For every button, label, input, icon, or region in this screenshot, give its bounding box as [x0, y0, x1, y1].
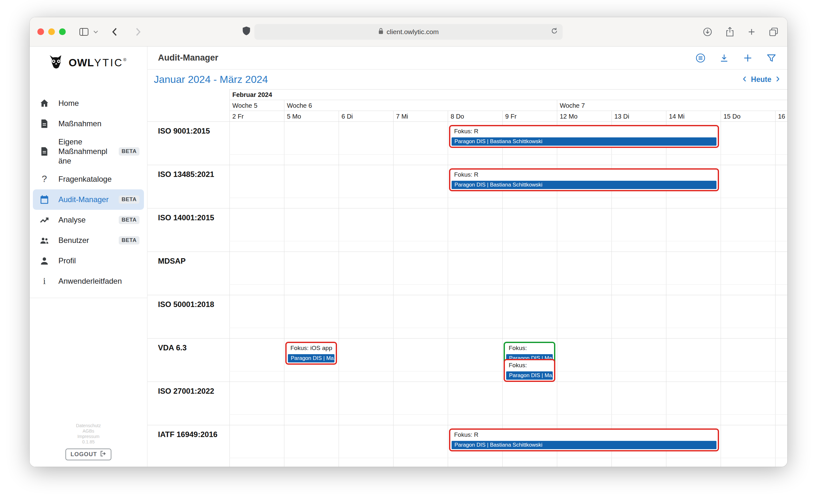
reload-icon[interactable] [550, 27, 558, 36]
download-icon[interactable] [719, 53, 729, 63]
sidebar: OWLYTIC® HomeMaßnahmenEigene Maßnahmenpl… [30, 47, 147, 467]
calendar-day-label: 2 Fr [232, 113, 244, 120]
zoom-window-button[interactable] [59, 28, 66, 35]
agenda-view-icon[interactable] [696, 53, 706, 63]
grid-hline [230, 284, 787, 285]
url-text: client.owlytic.com [386, 28, 438, 36]
next-period-icon[interactable]: › [776, 73, 780, 84]
traffic-lights [37, 28, 66, 35]
share-icon[interactable] [725, 27, 734, 37]
downloads-icon[interactable] [703, 27, 713, 37]
filter-icon[interactable] [766, 53, 777, 63]
sidebar-item-anwenderleitfaden[interactable]: iAnwenderleitfaden [33, 271, 144, 291]
grid-hline [147, 425, 787, 425]
calendar-event[interactable]: Fokus: iOS appParagon DIS | Ma... [285, 342, 337, 365]
new-tab-icon[interactable] [747, 27, 756, 36]
footer-link[interactable]: Impressum [30, 434, 147, 439]
calendar-day-label: 8 Do [451, 113, 464, 120]
logout-button[interactable]: LOGOUT [65, 449, 111, 460]
calendar-month-label: Februar 2024 [232, 91, 272, 99]
person-icon [39, 256, 49, 266]
grid-hline [147, 252, 787, 252]
browser-titlebar: client.owlytic.com [30, 17, 787, 47]
calendar-day-label: 13 Di [615, 113, 629, 120]
sidebar-item-label: Profil [58, 253, 139, 269]
beta-badge: BETA [119, 236, 139, 245]
calendar-week-label: Woche 5 [232, 102, 258, 109]
chevron-down-icon[interactable] [93, 30, 98, 34]
calendar-row-label: ISO 50001:2018 [158, 300, 214, 309]
app-area: OWLYTIC® HomeMaßnahmenEigene Maßnahmenpl… [30, 47, 787, 467]
grid-vline [775, 111, 776, 467]
today-nav: ‹ Heute › [743, 75, 780, 84]
grid-hline [147, 121, 787, 122]
grid-hline [147, 165, 787, 165]
grid-hline [230, 111, 787, 111]
calendar-row-label: ISO 27001:2022 [158, 387, 214, 396]
footer-link[interactable]: Datenschutz [30, 423, 147, 428]
calendar-event[interactable]: Fokus:Paragon DIS | Ma... [504, 359, 555, 382]
sidebar-item-audit-manager[interactable]: Audit-ManagerBETA [33, 189, 144, 210]
event-title: Fokus: iOS app [291, 345, 336, 352]
sidebar-item-massnahmen[interactable]: Maßnahmen [33, 113, 144, 134]
calendar-day-label: 14 Mi [669, 113, 685, 120]
grid-hline [147, 382, 787, 382]
minimize-window-button[interactable] [48, 28, 55, 35]
back-button[interactable] [111, 27, 118, 37]
grid-hline [230, 100, 787, 100]
forward-button[interactable] [135, 27, 142, 37]
grid-vline [230, 89, 230, 467]
grid-vline [721, 111, 721, 467]
sidebar-item-benutzer[interactable]: BenutzerBETA [33, 230, 144, 251]
sidebar-item-label: Anwenderleitfaden [58, 273, 139, 289]
event-title: Fokus: [509, 362, 554, 369]
close-window-button[interactable] [37, 28, 44, 35]
privacy-shield-icon[interactable] [242, 26, 251, 38]
calendar-event[interactable]: Fokus: RParagon DIS | Bastiana Schittkow… [449, 168, 719, 191]
calendar-week-label: Woche 7 [560, 102, 585, 109]
grid-hline [147, 295, 787, 295]
grid-hline [230, 241, 787, 241]
event-title: Fokus: R [454, 171, 718, 178]
calendar-event[interactable]: Fokus: RParagon DIS | Bastiana Schittkow… [449, 125, 719, 148]
info-icon: i [39, 276, 49, 286]
calendar-day-label: 15 Do [724, 113, 740, 120]
calendar-event[interactable]: Fokus: RParagon DIS | Bastiana Schittkow… [449, 428, 719, 451]
prev-period-icon[interactable]: ‹ [743, 73, 747, 84]
sidebar-item-analyse[interactable]: AnalyseBETA [33, 210, 144, 230]
event-assignee-bar: Paragon DIS | Bastiana Schittkowski [452, 137, 717, 146]
calendar-icon [39, 194, 49, 205]
today-button[interactable]: Heute [751, 75, 771, 84]
sidebar-item-eigene-massnahmenplaene[interactable]: Eigene MaßnahmenpläneBETA [33, 134, 144, 169]
sidebar-item-label: Benutzer [58, 232, 110, 248]
period-row: Januar 2024 - März 2024 ‹ Heute › [147, 69, 787, 89]
document-icon [39, 146, 49, 157]
tab-overview-icon[interactable] [769, 27, 778, 37]
browser-window: client.owlytic.com [30, 17, 787, 467]
owl-logo-icon [47, 53, 65, 73]
beta-badge: BETA [119, 195, 139, 204]
calendar-grid[interactable]: Februar 2024Woche 5Woche 6Woche 72 Fr5 M… [147, 89, 787, 467]
registered-mark: ® [123, 57, 126, 62]
sidebar-item-profil[interactable]: Profil [33, 251, 144, 271]
sidebar-item-label: Analyse [58, 212, 110, 228]
add-icon[interactable] [743, 53, 753, 63]
sidebar-item-label: Audit-Manager [58, 192, 110, 208]
people-icon [39, 235, 49, 245]
sidebar-item-home[interactable]: Home [33, 93, 144, 113]
grid-vline [448, 111, 448, 467]
footer-link[interactable]: AGBs [30, 428, 147, 434]
address-bar[interactable]: client.owlytic.com [254, 24, 563, 40]
grid-vline [284, 100, 284, 467]
grid-hline [230, 154, 787, 155]
grid-hline [230, 198, 787, 198]
owlytic-logo: OWLYTIC® [47, 52, 147, 73]
calendar-week-label: Woche 6 [287, 102, 312, 109]
grid-hline [230, 328, 787, 328]
sidebar-toggle-icon[interactable] [79, 28, 89, 36]
calendar-row-label: ISO 14001:2015 [158, 213, 214, 222]
sidebar-footer: DatenschutzAGBsImpressum 0.1.85 LOGOUT [30, 423, 147, 467]
calendar-day-label: 7 Mi [396, 113, 408, 120]
sidebar-item-fragenkataloge[interactable]: ?Fragenkataloge [33, 169, 144, 189]
grid-vline [557, 100, 557, 467]
